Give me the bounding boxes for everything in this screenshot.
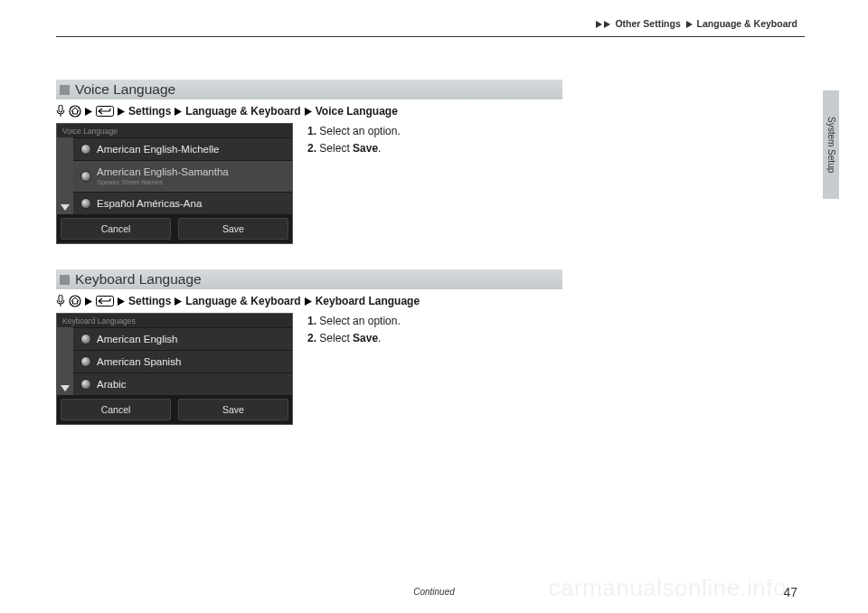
play-triangle-icon xyxy=(305,108,312,116)
svg-marker-7 xyxy=(85,108,92,116)
save-button[interactable]: Save xyxy=(178,399,288,420)
section-heading: Voice Language xyxy=(56,80,562,99)
list-item-label: Arabic xyxy=(97,379,127,390)
step-line: 1. Select an option. xyxy=(307,123,401,140)
list-item[interactable]: American Spanish xyxy=(73,350,292,373)
svg-marker-19 xyxy=(175,297,182,306)
step-bold: Save xyxy=(353,142,378,155)
svg-marker-6 xyxy=(71,108,79,114)
step-text: . xyxy=(378,142,381,155)
step-line: 2. Select Save. xyxy=(307,140,401,157)
scroll-down-icon xyxy=(61,204,70,211)
scrollbar[interactable] xyxy=(57,137,73,214)
list-item[interactable]: American English-Michelle xyxy=(73,137,292,160)
svg-rect-12 xyxy=(59,295,62,302)
section-heading: Keyboard Language xyxy=(56,269,562,289)
step-number: 2. xyxy=(307,332,316,344)
side-tab: System Setup xyxy=(823,90,839,199)
section-voice-language: Voice Language Settings Language & Keybo… xyxy=(56,80,562,244)
home-icon xyxy=(69,295,81,307)
cancel-button[interactable]: Cancel xyxy=(61,399,171,420)
play-triangle-icon xyxy=(604,21,610,28)
nav-leaf: Keyboard Language xyxy=(316,295,420,307)
step-line: 2. Select Save. xyxy=(307,330,401,347)
screenshot-title: Keyboard Languages xyxy=(57,314,292,327)
step-line: 1. Select an option. xyxy=(307,313,401,330)
horizontal-rule xyxy=(56,36,805,37)
step-text: Select xyxy=(319,142,353,155)
nav-path: Settings Language & Keyboard Keyboard La… xyxy=(56,295,562,307)
cancel-button[interactable]: Cancel xyxy=(61,218,171,240)
nav-settings: Settings xyxy=(128,105,171,118)
option-list: American English American Spanish Arabic xyxy=(73,327,292,395)
svg-marker-1 xyxy=(604,21,610,28)
step-bold: Save xyxy=(353,332,378,344)
screenshot-voice-language: Voice Language American English-Michelle xyxy=(56,123,293,244)
play-triangle-icon xyxy=(305,297,312,306)
svg-marker-15 xyxy=(71,297,79,304)
step-number: 1. xyxy=(307,125,316,137)
play-triangle-icon xyxy=(118,297,125,306)
play-triangle-icon xyxy=(596,21,602,28)
step-text: Select xyxy=(319,332,353,344)
list-item-sublabel: Speaks Street Names xyxy=(97,178,229,186)
voice-icon xyxy=(56,295,65,307)
square-bullet-icon xyxy=(60,85,70,95)
step-text: . xyxy=(378,332,381,344)
section-row: Keyboard Languages American English xyxy=(56,313,562,425)
breadcrumb: Other Settings Language & Keyboard xyxy=(596,18,797,29)
nav-group: Language & Keyboard xyxy=(185,105,300,118)
list-item[interactable]: Español Américas-Ana xyxy=(73,192,292,214)
svg-marker-18 xyxy=(118,297,125,306)
radio-icon xyxy=(80,198,91,209)
page: Other Settings Language & Keyboard Syste… xyxy=(0,0,868,613)
section-row: Voice Language American English-Michelle xyxy=(56,123,562,244)
svg-rect-3 xyxy=(59,105,62,112)
section-heading-label: Keyboard Language xyxy=(75,271,202,288)
play-triangle-icon xyxy=(85,108,92,116)
section-keyboard-language: Keyboard Language Settings Language & Ke… xyxy=(56,269,562,425)
nav-group: Language & Keyboard xyxy=(185,295,300,307)
screenshot-body: American English-Michelle American Engli… xyxy=(57,137,292,214)
option-list: American English-Michelle American Engli… xyxy=(73,137,292,214)
list-item[interactable]: Arabic xyxy=(73,373,292,395)
list-item[interactable]: American English xyxy=(73,327,292,350)
list-item-label: American English xyxy=(97,334,177,344)
back-icon xyxy=(96,106,114,117)
svg-marker-9 xyxy=(118,108,125,116)
scrollbar[interactable] xyxy=(57,327,73,395)
radio-icon xyxy=(80,379,91,390)
radio-icon xyxy=(80,171,91,182)
footer-continued: Continued xyxy=(0,587,868,597)
list-item-label: American Spanish xyxy=(97,356,181,367)
play-triangle-icon xyxy=(686,21,693,28)
screenshot-keyboard-language: Keyboard Languages American English xyxy=(56,313,293,425)
screenshot-title: Voice Language xyxy=(57,124,292,137)
svg-marker-0 xyxy=(596,21,602,28)
nav-path: Settings Language & Keyboard Voice Langu… xyxy=(56,105,562,118)
svg-marker-20 xyxy=(305,297,312,306)
step-text: Select an option. xyxy=(319,125,400,137)
list-item[interactable]: American English-Samantha Speaks Street … xyxy=(73,160,292,192)
list-item-label: American English-Samantha xyxy=(97,166,229,177)
home-icon xyxy=(69,105,81,118)
section-heading-label: Voice Language xyxy=(75,81,175,98)
steps: 1. Select an option. 2. Select Save. xyxy=(307,313,401,346)
radio-icon xyxy=(80,356,91,367)
save-button[interactable]: Save xyxy=(178,218,288,240)
square-bullet-icon xyxy=(60,275,70,285)
steps: 1. Select an option. 2. Select Save. xyxy=(307,123,401,156)
page-number: 47 xyxy=(783,585,797,599)
voice-icon xyxy=(56,105,65,118)
screenshot-buttons: Cancel Save xyxy=(57,214,292,243)
scroll-down-icon xyxy=(61,385,70,391)
screenshot-buttons: Cancel Save xyxy=(57,395,292,424)
step-number: 1. xyxy=(307,315,316,327)
play-triangle-icon xyxy=(175,108,182,116)
radio-icon xyxy=(80,144,91,155)
step-number: 2. xyxy=(307,142,316,155)
nav-leaf: Voice Language xyxy=(316,105,398,118)
radio-icon xyxy=(80,334,91,344)
list-item-label: American English-Michelle xyxy=(97,144,220,155)
list-item-label-wrap: American English-Samantha Speaks Street … xyxy=(97,166,229,186)
